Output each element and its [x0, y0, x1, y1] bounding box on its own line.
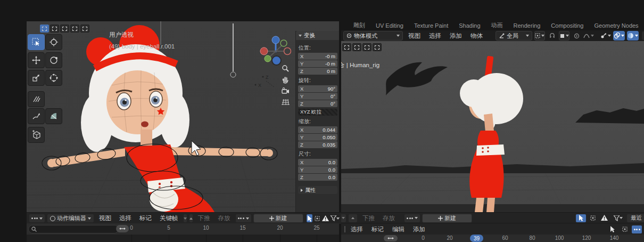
timeline-ruler[interactable]: 0 20 39 60 80 100 120 140 — [341, 235, 644, 242]
select-box-tool-button[interactable] — [28, 34, 45, 50]
tab-uv-editing[interactable]: UV Editing — [371, 22, 408, 29]
scroll-zoom-handle[interactable] — [384, 235, 398, 241]
dopesheet-ruler-left[interactable]: 0 5 10 15 20 25 — [27, 223, 339, 235]
layer-up-button[interactable] — [189, 214, 193, 223]
dim-z-field[interactable]: Z0.0 — [298, 174, 337, 181]
dim-x-field[interactable]: X0.0 — [298, 159, 337, 166]
location-x-field[interactable]: X-0 m — [298, 53, 337, 60]
keying-set-button[interactable] — [632, 225, 642, 233]
rotation-z-field[interactable]: Z0° — [298, 100, 337, 107]
show-errors-toggle[interactable] — [599, 214, 609, 222]
layer-up-button[interactable] — [348, 214, 358, 223]
snap-toggle[interactable] — [547, 31, 557, 40]
menu-object-right[interactable]: 物体 — [467, 32, 486, 40]
new-action-button[interactable]: 新建 — [422, 214, 472, 223]
show-hidden-toggle[interactable] — [314, 214, 320, 222]
tab-sculpting[interactable]: 雕刻 — [349, 21, 370, 29]
camera-view-button[interactable] — [281, 86, 290, 95]
select-lasso-mode-icon[interactable] — [373, 43, 382, 51]
location-y-field[interactable]: Y-0 m — [298, 60, 337, 67]
select-tweak-icon[interactable] — [40, 25, 49, 33]
show-overlays-dropdown[interactable] — [613, 31, 625, 41]
proportional-falloff-dropdown[interactable] — [583, 31, 594, 40]
only-selected-toggle[interactable] — [307, 214, 312, 222]
move-tool-button[interactable] — [28, 52, 45, 68]
menu-add-timeline[interactable]: 添加 — [410, 225, 428, 233]
tab-rendering[interactable]: Rendering — [509, 22, 546, 29]
scale-tool-button[interactable] — [28, 70, 45, 86]
snap-settings-dropdown[interactable] — [559, 31, 569, 41]
rotation-y-field[interactable]: Y0° — [298, 93, 337, 100]
filter-button[interactable] — [331, 214, 340, 222]
tab-animation[interactable]: 动画 — [486, 21, 508, 29]
rotate-tool-button[interactable] — [45, 52, 62, 68]
draw-tool-button[interactable] — [28, 108, 45, 124]
tab-texture-paint[interactable]: Texture Paint — [409, 22, 453, 29]
scale-x-field[interactable]: X0.044 — [298, 126, 337, 133]
orthographic-toggle-button[interactable] — [281, 98, 290, 107]
only-selected-toggle[interactable] — [576, 214, 586, 222]
action-editor-mode-dropdown[interactable]: 动作编辑器 — [47, 214, 94, 223]
action-id-button[interactable] — [404, 214, 420, 223]
add-cube-tool-button[interactable] — [28, 127, 45, 143]
menu-marker[interactable]: 标记 — [136, 214, 155, 222]
stash-button[interactable]: 存放 — [215, 214, 234, 222]
current-frame-indicator[interactable]: 39 — [470, 235, 483, 242]
snap-mode-dropdown[interactable]: 最近 — [626, 214, 644, 223]
tab-compositing[interactable]: Compositing — [546, 22, 588, 29]
rotation-x-field[interactable]: X90° — [298, 85, 337, 92]
pan-button[interactable] — [281, 75, 290, 84]
scroll-zoom-handle[interactable] — [116, 225, 129, 232]
dopesheet-channels[interactable] — [27, 235, 339, 242]
menu-view[interactable]: 视图 — [96, 214, 114, 222]
show-errors-toggle[interactable] — [322, 214, 329, 222]
select-lasso-mode-icon[interactable] — [70, 25, 79, 33]
menu-marker-timeline[interactable]: 标记 — [368, 225, 387, 233]
show-gizmo-dropdown[interactable] — [600, 31, 611, 40]
layer-down-button[interactable] — [341, 214, 346, 223]
channel-search[interactable] — [28, 225, 119, 233]
stash-button[interactable]: 存放 — [379, 214, 398, 222]
viewport-3d-left[interactable]: Z X 用户透视 (49) body | eyeball.r.001 — [27, 21, 339, 212]
push-down-button[interactable]: 下推 — [359, 214, 378, 222]
show-hidden-toggle[interactable] — [620, 225, 630, 233]
location-z-field[interactable]: Z0 m — [298, 68, 337, 75]
transform-orientation-dropdown[interactable]: 全局 — [496, 31, 532, 41]
show-hidden-toggle[interactable] — [588, 214, 598, 222]
editor-type-button[interactable] — [29, 214, 45, 223]
select-circle-mode-icon[interactable] — [362, 43, 371, 51]
annotate-tool-button[interactable] — [28, 91, 45, 107]
measure-tool-button[interactable] — [45, 108, 62, 124]
only-selected-toggle[interactable] — [607, 225, 617, 233]
zoom-button[interactable] — [281, 64, 290, 73]
action-id-button[interactable] — [235, 214, 252, 223]
viewport-shading-dropdown[interactable] — [627, 31, 639, 41]
push-down-button[interactable]: 下推 — [195, 214, 213, 222]
menu-key[interactable]: 关键帧 — [156, 214, 181, 222]
menu-select[interactable]: 选择 — [116, 214, 135, 222]
menu-edit-timeline[interactable]: 编辑 — [389, 225, 408, 233]
mode-dropdown[interactable]: 物体模式 — [343, 31, 403, 41]
pivot-point-dropdown[interactable] — [534, 31, 545, 41]
item-section-header[interactable]: 属性 — [298, 186, 337, 194]
tab-geometry-nodes[interactable]: Geometry Nodes — [589, 22, 643, 29]
scale-z-field[interactable]: Z0.035 — [298, 141, 337, 148]
select-box-mode-icon[interactable] — [352, 43, 361, 51]
rotation-mode-dropdown[interactable]: XYZ 欧拉 — [298, 109, 337, 116]
transform-panel-header[interactable]: 变换 — [296, 31, 339, 40]
select-paint-mode-icon[interactable] — [80, 25, 89, 33]
tab-shading[interactable]: Shading — [454, 22, 485, 29]
menu-select-timeline[interactable]: 选择 — [348, 225, 366, 233]
select-box-mode-icon[interactable] — [50, 25, 59, 33]
scale-y-field[interactable]: Y0.050 — [298, 134, 337, 141]
menu-select-right[interactable]: 选择 — [426, 32, 444, 40]
dim-y-field[interactable]: Y0.0 — [298, 166, 337, 173]
new-action-button[interactable]: 新建 — [253, 214, 303, 223]
select-tweak-icon[interactable] — [342, 43, 351, 51]
layer-down-button[interactable] — [183, 214, 187, 223]
menu-view-right[interactable]: 视图 — [405, 32, 424, 40]
cursor-tool-button[interactable] — [45, 34, 62, 50]
filter-button[interactable] — [611, 214, 625, 222]
clipped-button[interactable] — [642, 31, 644, 40]
transform-tool-button[interactable] — [45, 70, 62, 86]
